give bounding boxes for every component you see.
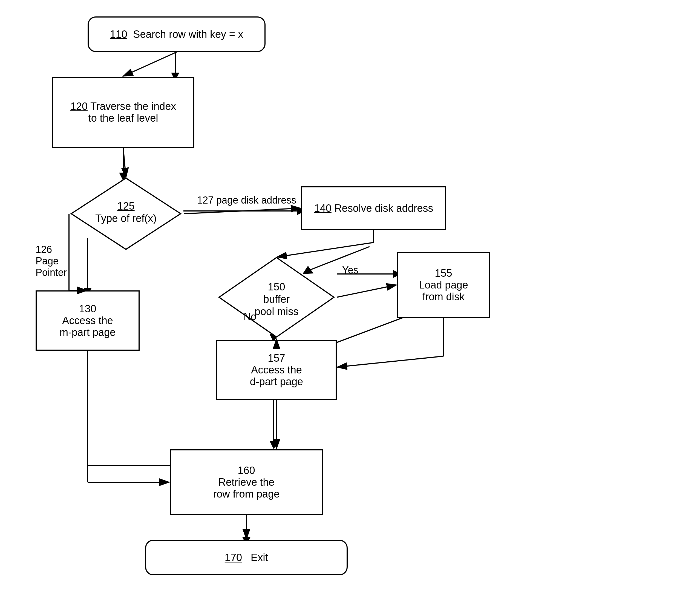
svg-line-39 <box>337 285 396 297</box>
node-110-label: 110 Search row with key = x <box>110 28 243 40</box>
svg-line-33 <box>184 208 301 214</box>
label-126: 126PagePointer <box>35 244 67 278</box>
node-125: 125 Type of ref(x) <box>69 175 183 252</box>
node-120: 120 Traverse the index to the leaf level <box>52 77 194 148</box>
flowchart: 110 Search row with key = x 120 Traverse… <box>0 0 700 600</box>
label-150-yes: Yes <box>342 264 358 276</box>
svg-text:buffer: buffer <box>264 293 290 305</box>
node-110: 110 Search row with key = x <box>88 17 266 52</box>
node-130: 130 Access the m-part page <box>35 290 140 351</box>
svg-line-32 <box>123 148 126 177</box>
svg-text:Type of ref(x): Type of ref(x) <box>95 213 157 224</box>
node-160: 160 Retrieve the row from page <box>170 449 323 515</box>
label-127: 127 page disk address <box>197 194 296 206</box>
node-157: 157 Access the d-part page <box>216 340 337 400</box>
svg-text:125: 125 <box>117 200 134 212</box>
node-150: 150 buffer pool miss <box>216 255 337 340</box>
node-140: 140 Resolve disk address <box>301 186 446 230</box>
label-150-no: No <box>244 311 256 322</box>
svg-text:pool miss: pool miss <box>255 306 299 317</box>
svg-line-31 <box>123 52 177 76</box>
svg-marker-20 <box>270 441 278 449</box>
node-170: 170 Exit <box>145 540 348 575</box>
svg-line-41 <box>337 356 444 367</box>
diamond-150-svg: 150 buffer pool miss <box>216 255 337 340</box>
node-155: 155 Load page from disk <box>397 252 490 318</box>
diamond-125-svg: 125 Type of ref(x) <box>69 175 183 252</box>
svg-text:150: 150 <box>268 281 285 293</box>
